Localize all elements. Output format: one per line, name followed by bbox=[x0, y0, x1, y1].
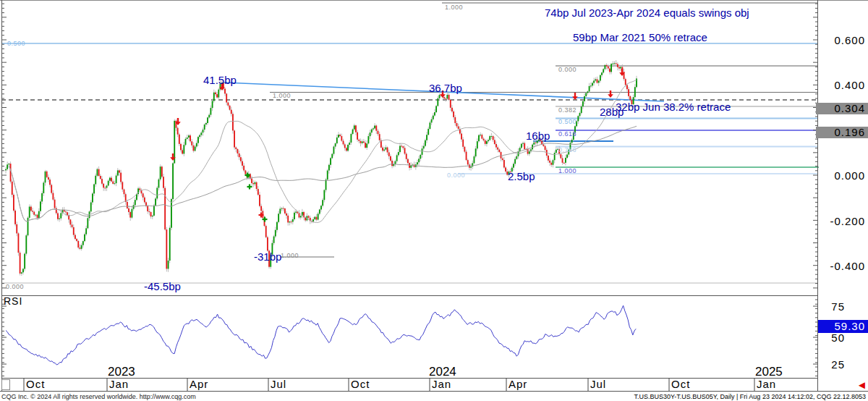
candle-body bbox=[87, 218, 88, 228]
timeline-corner-box[interactable] bbox=[1, 379, 10, 390]
candle-body bbox=[439, 95, 441, 98]
candle-body bbox=[406, 153, 407, 159]
candle-body bbox=[474, 156, 475, 163]
candle-body bbox=[454, 117, 456, 123]
candle-body bbox=[378, 131, 379, 135]
candle-body bbox=[218, 90, 219, 98]
candle-body bbox=[354, 125, 355, 129]
candle-body bbox=[425, 140, 426, 146]
candle-body bbox=[491, 136, 493, 137]
candle-body bbox=[478, 135, 480, 141]
candle-body bbox=[92, 193, 93, 202]
candle-body bbox=[450, 100, 451, 108]
candle-body bbox=[464, 147, 465, 152]
candle-body bbox=[514, 159, 516, 164]
price-chart-canvas[interactable] bbox=[0, 0, 868, 401]
candle-body bbox=[114, 183, 116, 184]
candle-body bbox=[470, 166, 472, 167]
candle-body bbox=[626, 85, 628, 89]
candle-body bbox=[300, 216, 302, 217]
candle-body bbox=[37, 215, 38, 218]
candle-body bbox=[82, 241, 84, 245]
candle-body bbox=[590, 85, 592, 86]
candle-body bbox=[565, 158, 566, 163]
candle-body bbox=[600, 75, 601, 81]
candle-body bbox=[338, 135, 339, 138]
candle-body bbox=[352, 130, 354, 134]
candle-body bbox=[396, 155, 398, 161]
candle-body bbox=[328, 165, 330, 171]
sell-arrow-icon bbox=[572, 93, 578, 100]
candle-body bbox=[489, 136, 490, 140]
candle-body bbox=[97, 169, 98, 176]
candle-body bbox=[379, 134, 380, 140]
candle-body bbox=[232, 114, 234, 130]
candle-body bbox=[275, 230, 276, 237]
candle-body bbox=[333, 146, 335, 153]
candle-body bbox=[20, 253, 21, 274]
candle-body bbox=[466, 152, 467, 161]
candle-body bbox=[25, 235, 27, 253]
candle-body bbox=[563, 163, 565, 164]
candle-body bbox=[570, 143, 571, 149]
candle-body bbox=[554, 153, 556, 160]
candle-body bbox=[445, 98, 446, 99]
candle-body bbox=[562, 159, 563, 163]
candle-body bbox=[443, 97, 445, 98]
candle-body bbox=[265, 226, 267, 237]
candle-body bbox=[85, 228, 87, 234]
candle-body bbox=[475, 148, 477, 156]
scroll-left-arrow-icon[interactable]: ◄ bbox=[856, 379, 867, 391]
candle-body bbox=[103, 184, 104, 188]
candle-body bbox=[177, 128, 179, 135]
candle-body bbox=[169, 228, 171, 261]
candle-body bbox=[90, 203, 92, 212]
candle-body bbox=[135, 200, 136, 205]
candle-body bbox=[407, 159, 409, 163]
candle-body bbox=[260, 206, 262, 211]
candle-body bbox=[276, 222, 278, 230]
candle-body bbox=[336, 138, 338, 143]
candle-body bbox=[124, 190, 125, 195]
candle-body bbox=[535, 143, 537, 143]
candle-body bbox=[112, 182, 114, 184]
candle-body bbox=[98, 169, 100, 176]
candle-body bbox=[182, 150, 183, 153]
candle-body bbox=[388, 152, 390, 156]
candle-body bbox=[284, 208, 286, 214]
candle-body bbox=[299, 213, 300, 217]
candle-body bbox=[69, 219, 71, 224]
candle-body bbox=[258, 189, 259, 195]
candle-body bbox=[434, 112, 435, 116]
candle-body bbox=[363, 141, 365, 143]
candle-body bbox=[385, 148, 386, 150]
candle-body bbox=[483, 139, 485, 140]
candle-body bbox=[568, 150, 569, 155]
candle-body bbox=[502, 159, 503, 160]
candle-body bbox=[312, 219, 314, 221]
candle-body bbox=[618, 67, 620, 69]
candle-body bbox=[75, 235, 76, 239]
candle-body bbox=[616, 63, 617, 64]
candle-body bbox=[486, 141, 488, 144]
candle-body bbox=[133, 205, 135, 208]
candle-body bbox=[537, 141, 538, 143]
rsi-line bbox=[6, 305, 636, 365]
candle-body bbox=[147, 206, 148, 211]
candle-body bbox=[610, 64, 612, 72]
candle-body bbox=[46, 172, 48, 177]
candle-body bbox=[148, 211, 150, 212]
candle-body bbox=[577, 116, 579, 121]
candle-body bbox=[244, 170, 246, 174]
candle-body bbox=[67, 212, 68, 215]
candle-body bbox=[331, 154, 333, 159]
candle-body bbox=[252, 183, 254, 184]
candle-body bbox=[227, 103, 229, 106]
candle-body bbox=[495, 144, 497, 148]
candle-body bbox=[358, 140, 359, 141]
candle-body bbox=[458, 127, 459, 129]
candle-body bbox=[362, 141, 363, 143]
candle-body bbox=[84, 235, 85, 241]
candle-body bbox=[187, 138, 188, 139]
candle-body bbox=[142, 193, 144, 197]
